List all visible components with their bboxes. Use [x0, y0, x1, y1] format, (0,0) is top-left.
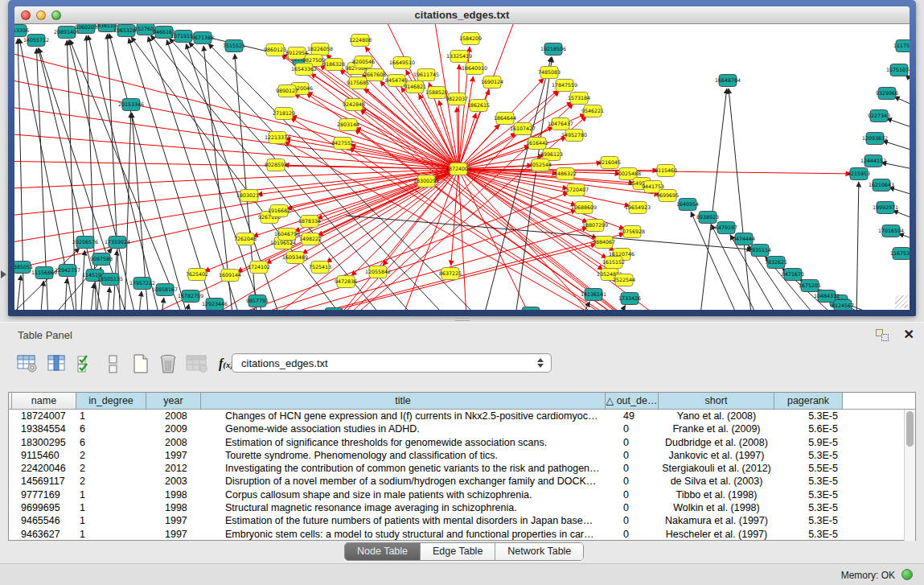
network-node[interactable]: 19992971: [873, 202, 898, 214]
network-node[interactable]: 8471670: [782, 269, 804, 281]
network-node[interactable]: 1675201: [799, 280, 821, 292]
network-node[interactable]: 18724007: [446, 163, 471, 175]
network-node[interactable]: 14055712: [23, 35, 49, 47]
close-panel-icon[interactable]: ✕: [904, 327, 914, 342]
create-table-icon[interactable]: [129, 352, 153, 376]
network-node[interactable]: 1498222: [299, 233, 322, 245]
network-edge[interactable]: [889, 187, 910, 197]
network-node[interactable]: 18226058: [307, 43, 333, 56]
network-edge[interactable]: [109, 34, 189, 310]
table-row[interactable]: 1830029562008Estimation of significance …: [9, 436, 915, 449]
table-vertical-scrollbar[interactable]: [904, 410, 915, 541]
network-node[interactable]: 19611745: [413, 69, 439, 81]
network-node[interactable]: 8028597: [265, 159, 287, 171]
network-node[interactable]: 7832621: [765, 257, 787, 269]
network-node[interactable]: 16046798: [274, 229, 300, 241]
network-node[interactable]: 1588520: [425, 87, 448, 99]
table-selector-dropdown[interactable]: citations_edges.txt: [232, 353, 552, 373]
row-options-icon[interactable]: [101, 352, 125, 376]
network-node[interactable]: 19654923: [625, 202, 651, 214]
network-node[interactable]: 12923446: [202, 299, 228, 311]
network-edge[interactable]: [883, 141, 910, 153]
network-edge[interactable]: [107, 34, 121, 310]
network-node[interactable]: 10958167: [152, 284, 178, 296]
table-row[interactable]: 946362711997Embryonic stem cells: a mode…: [9, 528, 915, 541]
network-edge[interactable]: [90, 283, 94, 310]
network-edge[interactable]: [729, 89, 752, 310]
float-panel-icon[interactable]: [876, 329, 889, 341]
network-node[interactable]: 15751074: [886, 64, 910, 76]
network-edge[interactable]: [16, 275, 21, 310]
table-row[interactable]: 911546021997Tourette syndrome. Phenomeno…: [9, 449, 915, 462]
network-canvas[interactable]: 1872400718300295201330614055712208914069…: [14, 24, 910, 310]
network-node[interactable]: 2803144: [337, 119, 359, 131]
network-node[interactable]: 17016504: [878, 225, 904, 237]
network-node[interactable]: 1573184: [568, 93, 590, 105]
network-node[interactable]: 7485083: [538, 67, 561, 79]
table-row[interactable]: 946554611997Estimation of the future num…: [9, 514, 915, 527]
network-node[interactable]: 9699695: [656, 190, 679, 202]
network-node[interactable]: 2013306: [14, 25, 29, 37]
network-node[interactable]: 9890127: [276, 85, 298, 97]
network-node[interactable]: 1167533: [890, 248, 910, 260]
network-node[interactable]: 9884067: [593, 237, 615, 249]
table-row[interactable]: 1872400712008Changes of HCN gene express…: [9, 410, 915, 422]
table-row[interactable]: 977716911998Corpus callosum shape and si…: [9, 488, 915, 501]
column-header-title[interactable]: title: [201, 393, 606, 409]
network-node[interactable]: 16107427: [510, 123, 536, 135]
network-node[interactable]: 9822037: [446, 93, 468, 105]
table-row[interactable]: 1456911722003Disruption of a novel membe…: [9, 475, 915, 488]
network-node[interactable]: 12942757: [55, 265, 80, 277]
network-node[interactable]: 18807299: [582, 220, 608, 232]
network-edge[interactable]: [856, 182, 859, 310]
network-edge[interactable]: [138, 291, 142, 310]
network-node[interactable]: 1690124: [481, 76, 503, 89]
network-node[interactable]: 1224808: [349, 35, 372, 47]
network-node[interactable]: 19218506: [540, 43, 566, 56]
table-mode-icon[interactable]: [15, 352, 39, 376]
network-node[interactable]: 9671388: [191, 32, 214, 44]
network-node[interactable]: 1864644: [494, 113, 516, 125]
network-node[interactable]: 2052544: [529, 159, 552, 171]
network-node[interactable]: 9857791: [246, 295, 269, 307]
memory-ok-indicator[interactable]: [901, 569, 913, 580]
network-edge[interactable]: [161, 298, 164, 310]
network-node[interactable]: 1117534: [893, 40, 910, 52]
network-edge[interactable]: [881, 163, 910, 171]
network-node[interactable]: 13505135: [97, 274, 123, 286]
network-node[interactable]: 8637225: [439, 268, 462, 280]
network-edge[interactable]: [906, 75, 910, 87]
network-node[interactable]: 9115460: [655, 165, 677, 177]
network-node[interactable]: 20153346: [118, 99, 144, 111]
network-node[interactable]: 16543362: [291, 64, 317, 76]
network-node[interactable]: 1916682: [268, 205, 290, 217]
network-node[interactable]: 1640954: [676, 199, 699, 211]
network-node[interactable]: 7515521: [223, 40, 245, 52]
network-edge[interactable]: [515, 57, 552, 310]
network-node[interactable]: 8216045: [598, 157, 621, 169]
network-node[interactable]: 12093832: [862, 133, 888, 145]
panel-splitter-grip[interactable]: [455, 318, 470, 321]
network-node[interactable]: 9329966: [876, 88, 898, 100]
network-node[interactable]: 17847559: [552, 80, 577, 92]
network-node[interactable]: 8938923: [696, 212, 719, 224]
network-node[interactable]: 9227343: [868, 110, 890, 122]
table-row[interactable]: 2242004622012Investigating the contribut…: [9, 462, 915, 475]
network-edge[interactable]: [458, 169, 531, 310]
network-node[interactable]: 7625402: [186, 269, 208, 281]
network-node[interactable]: 18640910: [462, 63, 487, 75]
network-edge[interactable]: [893, 211, 910, 221]
network-node[interactable]: 1862615: [467, 100, 490, 112]
column-header-name[interactable]: name: [12, 393, 76, 409]
network-node[interactable]: 8200546: [352, 56, 375, 68]
network-edge[interactable]: [351, 169, 458, 276]
network-edge[interactable]: [894, 97, 910, 109]
network-node[interactable]: 1616442: [526, 138, 548, 150]
network-node[interactable]: 9472836: [335, 276, 357, 288]
network-node[interactable]: 1724102: [248, 262, 270, 274]
network-node[interactable]: 8427552: [331, 138, 354, 150]
network-node[interactable]: 16648784: [715, 75, 741, 87]
network-node[interactable]: 9860123: [264, 44, 286, 56]
import-table-icon[interactable]: [185, 352, 209, 376]
network-node[interactable]: 18030217: [236, 190, 262, 202]
